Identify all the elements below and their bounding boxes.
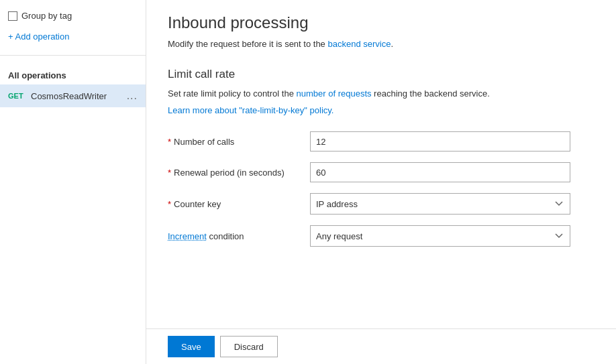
- renewal-period-row: * Renewal period (in seconds): [168, 162, 570, 182]
- page-subtitle-link: backend service: [327, 39, 391, 49]
- required-star-calls: *: [168, 137, 171, 147]
- section-title: Limit call rate: [168, 68, 595, 81]
- number-of-calls-label-text: Number of calls: [174, 137, 234, 147]
- page-title: Inbound processing: [168, 13, 595, 32]
- increment-condition-row: Increment condition Any request Successf…: [168, 225, 570, 247]
- add-operation-label: + Add operation: [8, 32, 69, 42]
- renewal-period-label: * Renewal period (in seconds): [168, 168, 302, 178]
- increment-condition-label: Increment condition: [168, 231, 302, 241]
- group-by-tag-row[interactable]: Group by tag: [0, 5, 146, 26]
- learn-more-link[interactable]: Learn more about "rate-limit-by-key" pol…: [168, 105, 595, 115]
- operation-more-dots[interactable]: ...: [127, 90, 138, 102]
- increment-condition-select[interactable]: Any request Successful requests Failed r…: [310, 225, 570, 247]
- button-row: Save Discard: [146, 328, 616, 364]
- group-by-tag-label: Group by tag: [21, 11, 72, 21]
- section-desc-after: reaching the backend service.: [372, 88, 490, 99]
- form-fields: * Number of calls * Renewal period (in s…: [168, 131, 570, 247]
- operation-name: CosmosReadWriter: [31, 91, 123, 101]
- required-star-counter: *: [168, 199, 171, 209]
- number-of-calls-label: * Number of calls: [168, 137, 302, 147]
- page-subtitle-before: Modify the request before it is sent to …: [168, 39, 327, 49]
- section-description: Set rate limit policy to control the num…: [168, 88, 595, 100]
- all-operations-title: All operations: [0, 64, 146, 84]
- page-subtitle: Modify the request before it is sent to …: [168, 39, 595, 49]
- add-operation-button[interactable]: + Add operation: [0, 26, 146, 47]
- counter-key-label: * Counter key: [168, 199, 302, 209]
- renewal-period-input[interactable]: [310, 162, 570, 182]
- sidebar: Group by tag + Add operation All operati…: [0, 0, 146, 364]
- main-content: Inbound processing Modify the request be…: [146, 0, 616, 364]
- increment-label-rest: condition: [209, 231, 244, 241]
- group-by-tag-checkbox[interactable]: [8, 11, 17, 21]
- counter-key-label-text: Counter key: [174, 199, 221, 209]
- discard-button[interactable]: Discard: [220, 336, 278, 357]
- operation-method: GET: [8, 92, 27, 100]
- counter-key-row: * Counter key IP address Subscription ke…: [168, 193, 570, 215]
- section-desc-before: Set rate limit policy to control the: [168, 88, 296, 99]
- operation-item[interactable]: GET CosmosReadWriter ...: [0, 84, 146, 107]
- section-desc-link: number of requests: [296, 88, 371, 99]
- required-star-renewal: *: [168, 168, 171, 178]
- save-button[interactable]: Save: [168, 336, 215, 357]
- number-of-calls-input[interactable]: [310, 131, 570, 151]
- counter-key-select[interactable]: IP address Subscription key Custom: [310, 193, 570, 215]
- sidebar-divider: [0, 55, 146, 56]
- renewal-period-label-text: Renewal period (in seconds): [174, 168, 285, 178]
- page-subtitle-after: .: [391, 39, 393, 49]
- number-of-calls-row: * Number of calls: [168, 131, 570, 151]
- increment-label-highlight: Increment: [168, 231, 207, 241]
